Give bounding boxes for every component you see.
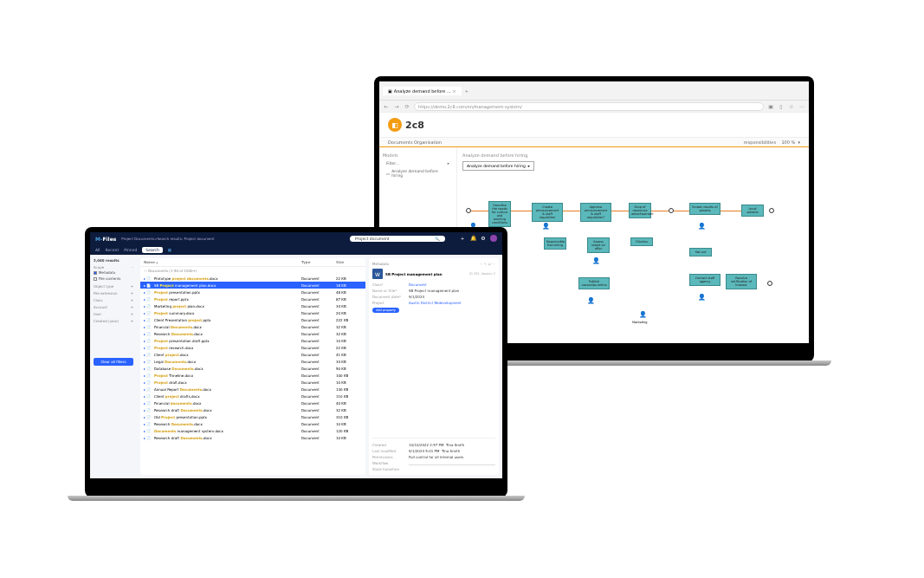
file-name: Annual Report Documents.docx (154, 387, 301, 392)
file-name: Project draft.docx (154, 380, 301, 385)
zoom-level[interactable]: 100 % (781, 140, 795, 145)
process-node[interactable]: Assess talent on offer (587, 237, 610, 253)
sidebar-item[interactable]: ▭ Analyze demand before hiring (383, 167, 453, 179)
field-value[interactable]: Document (409, 283, 495, 287)
process-node[interactable]: Responsible Recruiting (544, 237, 566, 250)
facet-user[interactable]: User+ (94, 312, 133, 316)
table-row[interactable]: ▸ 📄SB Project management plan.docxDocume… (140, 282, 365, 289)
breadcrumb[interactable]: Project Documents>Search results: Projec… (121, 237, 214, 241)
add-icon[interactable]: ＋ (459, 235, 466, 243)
extension-icon[interactable]: ▯ (778, 103, 785, 109)
table-row[interactable]: ▸ 📄Prototype project documents.docxDocum… (140, 275, 365, 282)
chevron-down-icon[interactable]: ▾ (798, 140, 800, 145)
table-row[interactable]: ▸ 📄Client Presentation project.pptxDocum… (140, 316, 365, 323)
table-row[interactable]: ▸ 📄Legal Documents.docxDocument34 KB (140, 358, 365, 365)
tab-all[interactable]: All (95, 248, 100, 252)
table-row[interactable]: ▸ 📄Project presentation draft.pptxDocume… (140, 337, 365, 344)
table-row[interactable]: ▸ 📄Old Project presentation.pptxDocument… (140, 413, 365, 420)
process-node[interactable]: Dismiss (630, 237, 653, 246)
search-input[interactable]: Project document 🔍 (350, 236, 445, 242)
table-row[interactable]: ▸ 📄Database Documents.docxDocument50 KB (140, 365, 365, 372)
facet-file-ext[interactable]: File extension+ (94, 291, 133, 295)
facet-class[interactable]: Class+ (94, 298, 133, 302)
col-size[interactable]: Size (336, 260, 362, 264)
file-type: Document (301, 380, 336, 385)
table-row[interactable]: ▸ 📄Project summary.docxDocument20 KB (140, 309, 365, 316)
process-node[interactable]: Set out (689, 248, 712, 257)
table-row[interactable]: ▸ 📄Marketing project plan.docxDocument34… (140, 302, 365, 309)
browser-toolbar: ← → ⟳ https://demo.2c8.com/en/management… (379, 101, 809, 113)
process-node[interactable]: Contact staff agency (689, 274, 720, 286)
table-row[interactable]: ▸ 📄Annual Report Documents.docxDocument1… (140, 386, 365, 393)
table-row[interactable]: ▸ 📄Project Timeline.docxDocument100 KB (140, 372, 365, 379)
close-tab-icon[interactable]: × (453, 88, 456, 94)
search-icon[interactable]: 🔍 (435, 237, 440, 241)
facet-option[interactable]: Metadata (94, 270, 133, 276)
file-name: Prototype project documents.docx (154, 276, 301, 281)
new-tab-icon[interactable]: + (465, 88, 468, 94)
chevron-icon: ▸ 📄 (144, 436, 154, 440)
gear-icon[interactable]: ⚙ (480, 235, 487, 243)
extension-icon[interactable]: ▣ (767, 103, 774, 109)
facet-option[interactable]: File contents (94, 276, 133, 282)
file-name: Legal Documents.docx (154, 360, 301, 364)
field-value[interactable] (409, 461, 495, 465)
table-row[interactable]: ▸ 📄Client project drafts.docxDocument110… (140, 393, 365, 399)
table-row[interactable]: ▸ 📄Project draft.docxDocument10 KB (140, 379, 365, 386)
clear-filters-button[interactable]: Clear all filters (94, 358, 133, 366)
url-input[interactable]: https://demo.2c8.com/en/management-syste… (414, 102, 764, 111)
facet-created-year[interactable]: Created (year)+ (94, 319, 133, 323)
field-value[interactable]: SB Project management plan (409, 289, 495, 293)
reload-icon[interactable]: ⟳ (404, 103, 410, 109)
process-node[interactable]: Drop of resources advertisement (629, 203, 651, 218)
app-header: ◧ 2c8 (379, 113, 809, 137)
table-row[interactable]: ▸ 📄Project research.docxDocument22 KB (140, 344, 365, 351)
filter-icon[interactable]: ▦ (168, 248, 171, 252)
table-row[interactable]: ▸ 📄Project presentation.pptxDocument48 K… (140, 289, 365, 295)
forward-icon[interactable]: → (393, 103, 400, 109)
diagram-title: Analyze demand before hiring (462, 153, 804, 158)
table-row[interactable]: ▸ 📄Research draft Documents.docxDocument… (140, 406, 365, 413)
bell-icon[interactable]: 🔔 (469, 235, 476, 243)
table-row[interactable]: ▸ 📄Client project.docxDocument41 KB (140, 351, 365, 358)
process-node[interactable]: Local adverts (741, 205, 764, 217)
tab-pinned[interactable]: Pinned (124, 248, 137, 252)
diagram-canvas[interactable]: Analyze demand before hiring Analyze dem… (457, 147, 809, 343)
process-node[interactable]: Receive notification of interest (726, 274, 757, 289)
table-row[interactable]: ▸ 📄Research Documents.docxDocument10 KB (140, 420, 365, 427)
breadcrumb[interactable]: Documents Organisation (388, 140, 442, 145)
back-icon[interactable]: ← (383, 103, 390, 109)
browser-tab[interactable]: ▣ Analyze demand before ... × (383, 87, 462, 95)
table-row[interactable]: ▸ 📄Financial Documents.docxDocument32 KB (140, 323, 365, 330)
process-node[interactable]: Create announcement & staff requisition (532, 203, 563, 222)
col-type[interactable]: Type (301, 260, 336, 264)
connector (511, 211, 532, 211)
end-node[interactable] (767, 281, 772, 286)
file-name: Client project drafts.docx (154, 394, 301, 399)
toolbar-label[interactable]: responsibilities (744, 140, 776, 145)
field-value[interactable]: 9/1/2024 (409, 295, 495, 299)
filter-input[interactable]: Filter...▸ (383, 159, 453, 167)
field-value[interactable]: Full control for all internal users (409, 455, 463, 459)
diagram-start-box[interactable]: Analyze demand before hiring ▸ (462, 161, 534, 171)
panel-actions[interactable]: ☆ ✎ ⇲ ⋯ (480, 262, 495, 266)
process-node[interactable]: Publish vacancies online (578, 277, 610, 289)
group-header[interactable]: — Documents (1-50 of 1000+) (140, 267, 365, 275)
facet-object-type[interactable]: Object type+ (94, 284, 133, 289)
extension-icon[interactable]: ☆ (788, 103, 795, 109)
process-node[interactable]: Screen results of adverts (689, 203, 720, 215)
table-row[interactable]: ▸ 📄Financial documents.docxDocument40 KB (140, 399, 365, 406)
tab-search[interactable]: Search (142, 247, 162, 253)
menu-icon[interactable]: ⋯ (798, 103, 805, 109)
facet-account[interactable]: Account+ (94, 305, 133, 309)
user-avatar[interactable] (490, 235, 497, 242)
end-node[interactable] (769, 208, 774, 213)
table-row[interactable]: ▸ 📄Research draft Documents.docxDocument… (140, 434, 365, 441)
tab-recent[interactable]: Recent (106, 248, 120, 252)
decision-node[interactable]: Approve announcement & staff requisition… (580, 203, 611, 222)
process-node[interactable]: Describe the needs for culture and worki… (488, 201, 511, 227)
table-row[interactable]: ▸ 📄Documents management system.docxDocum… (140, 427, 365, 434)
table-row[interactable]: ▸ 📄Research Documents.docxDocument32 KB (140, 330, 365, 337)
table-row[interactable]: ▸ 📄Project report.pptxDocument87 KB (140, 295, 365, 302)
col-name[interactable]: Name ▴ (144, 260, 301, 264)
